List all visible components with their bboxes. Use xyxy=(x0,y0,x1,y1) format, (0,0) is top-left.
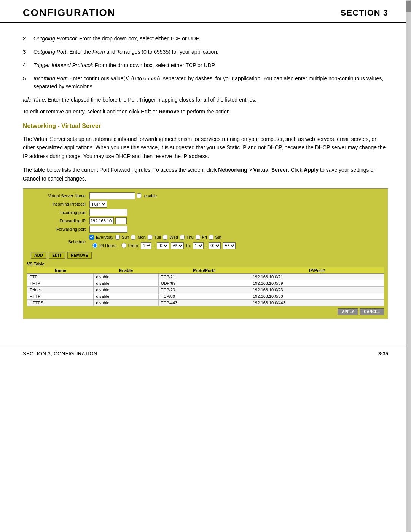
list-item-5: 5 Incoming Port: Enter continuous value(… xyxy=(23,75,388,91)
table-cell-name: TFTP xyxy=(27,280,94,286)
page-footer: SECTION 3, CONFIGURATION 3-35 xyxy=(0,346,411,361)
forwarding-port-field xyxy=(89,226,384,233)
col-proto-port: Proto/Port# xyxy=(158,267,250,274)
remove-button[interactable]: REMOVE xyxy=(67,252,92,259)
mon-label: Mon xyxy=(137,235,145,240)
from-label: From: xyxy=(128,243,139,248)
24h-radio[interactable] xyxy=(92,243,97,248)
table-row[interactable]: HTTPSdisableTCP/443192.168.10.0/443 xyxy=(27,299,384,306)
forwarding-ip-field xyxy=(89,217,384,224)
to-label: To: xyxy=(186,243,191,248)
table-row[interactable]: FTPdisableTCP/21192.168.10.0/21 xyxy=(27,273,384,280)
incoming-protocol-field: TCP UDP xyxy=(89,201,384,208)
forwarding-ip-prefix-input[interactable] xyxy=(89,217,114,224)
table-cell-name: HTTP xyxy=(27,293,94,299)
hour-from-select[interactable]: 123456789101112 xyxy=(141,242,151,249)
item-text-5: Incoming Port: Enter continuous value(s)… xyxy=(33,75,388,91)
footer-right: 3-35 xyxy=(378,351,388,356)
tue-checkbox[interactable] xyxy=(148,235,152,240)
incoming-protocol-label: Incoming Protocol xyxy=(27,202,88,206)
forwarding-ip-label: Forwarding IP xyxy=(27,219,88,223)
sat-label: Sat xyxy=(215,235,222,240)
incoming-port-label: Incoming port xyxy=(27,210,88,215)
vs-table: Name Enable Proto/Port# IP/Port# FTPdisa… xyxy=(27,267,384,306)
forwarding-ip-suffix-input[interactable] xyxy=(115,217,127,224)
schedule-label: Schedule xyxy=(27,240,88,244)
table-cell-enable: disable xyxy=(94,299,158,306)
hour-to-select[interactable]: 123456789101112 xyxy=(193,242,204,249)
col-name: Name xyxy=(27,267,94,274)
para1: The Virtual Server sets up an automatic … xyxy=(23,135,388,160)
schedule-field: Everyday Sun Mon Tue Wed Thu Fri Sat xyxy=(89,234,384,250)
incoming-protocol-select[interactable]: TCP UDP xyxy=(89,201,107,208)
item-text-3: Outgoing Port: Enter the From and To ran… xyxy=(33,48,218,56)
item-num-2: 2 xyxy=(23,35,33,42)
networking-virtual-server-heading: Networking - Virtual Server xyxy=(23,123,388,129)
sat-checkbox[interactable] xyxy=(209,235,213,240)
col-ip-port: IP/Port# xyxy=(250,267,384,274)
action-buttons-row: ADD EDIT REMOVE xyxy=(31,252,384,259)
min-to-select[interactable]: 00153045 xyxy=(209,242,221,249)
everyday-label: Everyday xyxy=(96,235,113,240)
mon-checkbox[interactable] xyxy=(131,235,135,240)
list-item-3: 3 Outgoing Port: Enter the From and To r… xyxy=(23,48,388,56)
vs-enable-label: enable xyxy=(144,193,157,198)
apply-button[interactable]: APPLY xyxy=(338,308,358,315)
everyday-checkbox[interactable] xyxy=(89,235,94,240)
incoming-port-input[interactable] xyxy=(89,209,127,216)
add-button[interactable]: ADD xyxy=(31,252,46,259)
vs-name-label: Virtual Server Name xyxy=(27,193,88,198)
item-num-4: 4 xyxy=(23,61,33,68)
table-cell-ip_port: 192.168.10.0/23 xyxy=(250,286,384,293)
incoming-port-field xyxy=(89,209,384,216)
sun-label: Sun xyxy=(122,235,129,240)
schedule-days-row: Everyday Sun Mon Tue Wed Thu Fri Sat xyxy=(89,235,384,240)
table-row[interactable]: TelnetdisableTCP/23192.168.10.0/23 xyxy=(27,286,384,293)
colon1: : xyxy=(153,243,155,248)
tue-label: Tue xyxy=(154,235,161,240)
item-num-5: 5 xyxy=(23,75,33,81)
edit-button[interactable]: EDIT xyxy=(49,252,65,259)
vs-table-label: VS Table xyxy=(27,262,384,266)
table-cell-ip_port: 192.168.10.0/69 xyxy=(250,280,384,286)
item-text-2: Outgoing Protocol: From the drop down bo… xyxy=(33,35,200,43)
table-cell-ip_port: 192.168.10.0/21 xyxy=(250,273,384,280)
item-num-3: 3 xyxy=(23,48,33,55)
schedule-time-row: 24 Hours From: 123456789101112 : 0015304… xyxy=(89,242,384,249)
forwarding-port-label: Forwarding port xyxy=(27,227,88,232)
table-cell-proto_port: TCP/443 xyxy=(158,299,250,306)
ampm-to-select[interactable]: AMPM xyxy=(223,242,236,249)
item-text-4: Trigger Inbound Protocol: From the drop … xyxy=(33,61,216,69)
list-item-4: 4 Trigger Inbound Protocol: From the dro… xyxy=(23,61,388,69)
table-cell-enable: disable xyxy=(94,273,158,280)
table-cell-enable: disable xyxy=(94,293,158,299)
table-row[interactable]: TFTPdisableUDP/69192.168.10.0/69 xyxy=(27,280,384,286)
from-radio[interactable] xyxy=(121,243,126,248)
table-header-row: Name Enable Proto/Port# IP/Port# xyxy=(27,267,384,274)
vs-name-input[interactable] xyxy=(89,192,135,199)
table-cell-name: FTP xyxy=(27,273,94,280)
fri-checkbox[interactable] xyxy=(196,235,200,240)
section-title: SECTION 3 xyxy=(341,8,388,18)
table-cell-ip_port: 192.168.10.0/443 xyxy=(250,299,384,306)
vs-form: Virtual Server Name enable Incoming Prot… xyxy=(27,192,384,250)
wed-checkbox[interactable] xyxy=(163,235,167,240)
table-container: Name Enable Proto/Port# IP/Port# FTPdisa… xyxy=(27,267,384,306)
table-row[interactable]: HTTPdisableTCP/80192.168.10.0/80 xyxy=(27,293,384,299)
table-cell-enable: disable xyxy=(94,280,158,286)
min-from-select[interactable]: 00153045 xyxy=(157,242,169,249)
table-cell-name: Telnet xyxy=(27,286,94,293)
sun-checkbox[interactable] xyxy=(115,235,120,240)
forwarding-port-input[interactable] xyxy=(89,226,127,233)
vs-enable-checkbox[interactable] xyxy=(137,193,141,198)
col-enable: Enable xyxy=(94,267,158,274)
table-cell-proto_port: TCP/23 xyxy=(158,286,250,293)
list-item-2: 2 Outgoing Protocol: From the drop down … xyxy=(23,35,388,43)
ampm-from-select[interactable]: AMPM xyxy=(171,242,184,249)
footer-left: SECTION 3, CONFIGURATION xyxy=(23,351,97,356)
table-cell-name: HTTPS xyxy=(27,299,94,306)
cancel-button[interactable]: CANCEL xyxy=(360,308,384,315)
table-scrollbar[interactable] xyxy=(406,0,411,532)
thu-checkbox[interactable] xyxy=(180,235,185,240)
table-cell-ip_port: 192.168.10.0/80 xyxy=(250,293,384,299)
